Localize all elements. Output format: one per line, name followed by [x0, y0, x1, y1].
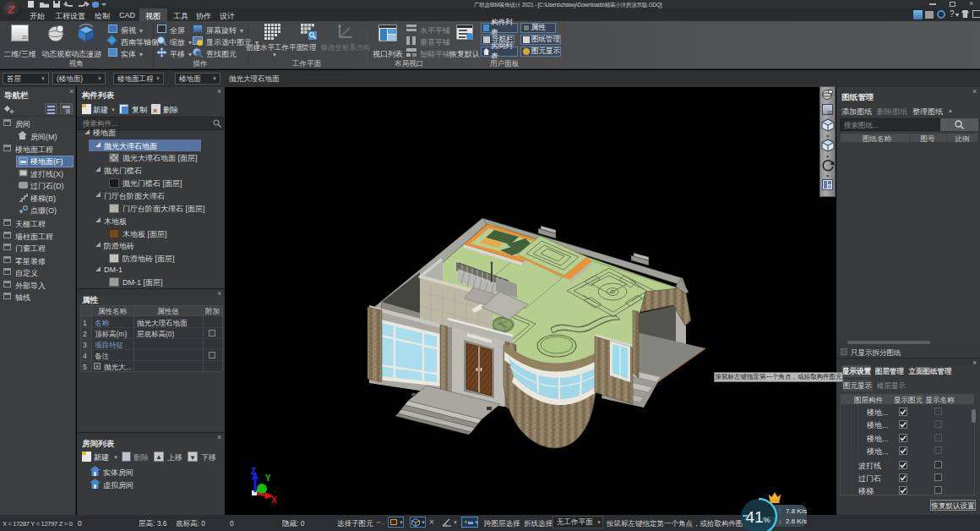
svg-text:Y: Y [265, 474, 271, 483]
svg-text:Z: Z [251, 467, 256, 476]
svg-text:X: X [271, 495, 277, 505]
